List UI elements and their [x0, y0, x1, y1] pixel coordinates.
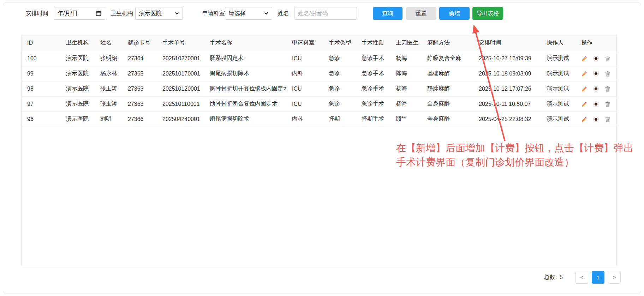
cell-time: 2025-10-11 10:50:07 — [473, 96, 541, 111]
column-header: ID — [22, 35, 60, 51]
cell-org: 演示医院 — [60, 111, 95, 127]
cell-operator: 演示测试 — [541, 66, 576, 81]
cell-doctor: 杨海 — [390, 81, 422, 96]
row-actions — [581, 81, 617, 96]
cell-operator: 演示测试 — [541, 51, 576, 66]
column-header: 手术名称 — [204, 35, 286, 51]
cell-nature: 急诊手术 — [356, 66, 390, 81]
cell-dept: 内科 — [286, 66, 323, 81]
cell-nature: 急诊手术 — [356, 96, 390, 111]
trash-icon[interactable] — [604, 71, 611, 77]
cell-nature: 择期手术 — [356, 111, 390, 127]
eye-icon[interactable] — [593, 71, 599, 77]
cell-dept: ICU — [286, 51, 323, 66]
surgery-table: ID卫生机构姓名就诊卡号手术单号手术名称申请科室手术类型手术性质主刀医生麻醉方法… — [22, 35, 617, 127]
eye-icon[interactable] — [593, 101, 599, 107]
column-header: 手术单号 — [157, 35, 204, 51]
cell-anesthesia: 静脉麻醉 — [422, 81, 473, 96]
prev-page-button[interactable]: < — [576, 271, 588, 284]
name-label: 姓名 — [278, 7, 289, 20]
dept-select[interactable]: 请选择 — [225, 7, 272, 20]
cell-order-no: 202510110001 — [157, 96, 204, 111]
cell-card-no: 27365 — [122, 66, 157, 81]
cell-surgery-name: 肠系膜固定术 — [204, 51, 286, 66]
add-button[interactable]: 新增 — [439, 7, 470, 20]
cell-org: 演示医院 — [60, 51, 95, 66]
cell-time: 2025-10-18 09:03:09 — [473, 66, 541, 81]
export-button[interactable]: 导出表格 — [472, 7, 503, 20]
cell-actions — [576, 51, 617, 66]
cell-doctor: 杨海 — [390, 51, 422, 66]
cell-id: 97 — [22, 96, 60, 111]
cell-dept: 内科 — [286, 111, 323, 127]
cell-org: 演示医院 — [60, 96, 95, 111]
cell-time: 2025-10-27 16:09:39 — [473, 51, 541, 66]
trash-icon[interactable] — [604, 55, 611, 62]
dept-selected-value: 请选择 — [229, 10, 246, 17]
table-row: 98 演示医院 张玉涛 27363 202510120001 胸骨骨折切开复位钢… — [22, 81, 617, 96]
annotation-note: 在【新增】后面增加【计费】按钮，点击【计费】弹出手术计费界面（复制门诊划价界面改… — [396, 141, 633, 169]
cell-order-no: 202510170001 — [157, 66, 204, 81]
query-button[interactable]: 查询 — [373, 7, 402, 20]
column-header: 安排时间 — [473, 35, 541, 51]
cell-operator: 演示测试 — [541, 96, 576, 111]
cell-id: 98 — [22, 81, 60, 96]
eye-icon[interactable] — [593, 116, 599, 122]
row-actions — [581, 51, 617, 66]
total-label: 总数: — [544, 274, 557, 281]
cell-name: 张玉涛 — [95, 81, 122, 96]
reset-button[interactable]: 重置 — [406, 7, 436, 20]
cell-dept: ICU — [286, 81, 323, 96]
dept-label: 申请科室 — [202, 7, 225, 20]
cell-time: 2025-04-25 22:08:32 — [473, 111, 541, 127]
current-page-button[interactable]: 1 — [592, 271, 604, 284]
eye-icon[interactable] — [593, 86, 599, 92]
cell-anesthesia: 基础麻醉 — [422, 66, 473, 81]
calendar-icon[interactable] — [96, 11, 101, 16]
column-header: 手术类型 — [323, 35, 356, 51]
org-select[interactable]: 演示医院 — [135, 7, 183, 20]
column-header: 申请科室 — [286, 35, 323, 51]
org-label: 卫生机构 — [111, 7, 133, 20]
cell-actions — [576, 66, 617, 81]
pencil-icon[interactable] — [581, 71, 588, 77]
cell-type: 急诊 — [323, 66, 356, 81]
cell-dept: ICU — [286, 96, 323, 111]
pencil-icon[interactable] — [581, 116, 588, 122]
pencil-icon[interactable] — [581, 55, 588, 62]
cell-anesthesia: 静吸复合全麻 — [422, 51, 473, 66]
pencil-icon[interactable] — [581, 101, 588, 107]
schedule-time-label: 安排时间 — [26, 7, 48, 20]
next-page-button[interactable]: > — [608, 271, 621, 284]
trash-icon[interactable] — [604, 101, 611, 107]
cell-name: 杨永林 — [95, 66, 122, 81]
cell-id: 96 — [22, 111, 60, 127]
cell-id: 100 — [22, 51, 60, 66]
cell-surgery-name: 肋骨骨折闭合复位内固定术 — [204, 96, 286, 111]
cell-actions — [576, 111, 617, 127]
name-input[interactable] — [294, 7, 357, 20]
eye-icon[interactable] — [593, 55, 599, 62]
cell-order-no: 202510120001 — [157, 81, 204, 96]
table-row: 100 演示医院 张明娟 27364 202510270001 肠系膜固定术 I… — [22, 51, 617, 66]
cell-actions — [576, 96, 617, 111]
table-header-row: ID卫生机构姓名就诊卡号手术单号手术名称申请科室手术类型手术性质主刀医生麻醉方法… — [22, 35, 617, 51]
cell-nature: 急诊手术 — [356, 51, 390, 66]
row-actions — [581, 112, 617, 127]
cell-type: 急诊 — [323, 96, 356, 111]
cell-card-no: 27366 — [122, 111, 157, 127]
cell-name: 刘明 — [95, 111, 122, 127]
trash-icon[interactable] — [604, 86, 611, 92]
cell-surgery-name: 阑尾病损切除术 — [204, 66, 286, 81]
row-actions — [581, 66, 617, 81]
trash-icon[interactable] — [604, 116, 611, 122]
column-header: 就诊卡号 — [122, 35, 157, 51]
cell-order-no: 202504240001 — [157, 111, 204, 127]
schedule-date-input[interactable]: 年/月/日 — [54, 7, 105, 20]
cell-card-no: 27364 — [122, 51, 157, 66]
cell-id: 99 — [22, 66, 60, 81]
cell-surgery-name: 胸骨骨折切开复位钢板内固定术 — [204, 81, 286, 96]
cell-name: 张玉涛 — [95, 96, 122, 111]
pencil-icon[interactable] — [581, 86, 588, 92]
pagination: 总数: 5 < 1 > — [544, 271, 621, 284]
